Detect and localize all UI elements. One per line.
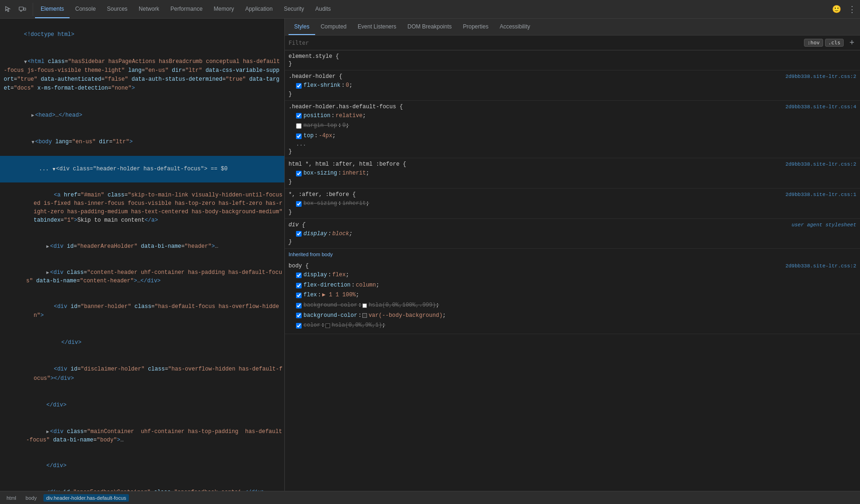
color-checkbox[interactable]: [296, 323, 302, 329]
wildcard-closing: }: [289, 209, 856, 216]
tab-dom-breakpoints[interactable]: DOM Breakpoints: [402, 19, 458, 35]
header-holder-focus-dots: ...: [289, 141, 856, 148]
banner-holder-line[interactable]: <div id="banner-holder" class="has-defau…: [0, 294, 284, 329]
html-wildcard-closing: }: [289, 179, 856, 185]
tab-audits[interactable]: Audits: [310, 0, 336, 18]
flex-shrink-line: flex-shrink: 0;: [289, 81, 856, 91]
body-selector: body {: [289, 263, 309, 269]
wildcard-selector-line: *, :after, :before { 2d9bb338.site-ltr.c…: [289, 191, 856, 198]
cls-button[interactable]: .cls: [825, 39, 844, 47]
toolbar-right: 🙂 ⋮: [830, 3, 858, 16]
header-holder-selector-line: .header-holder { 2d9bb338.site-ltr.css:2: [289, 73, 856, 80]
open-feedback-line[interactable]: <div id="openFeedbackContainer" class="o…: [0, 479, 284, 491]
wildcard-rule: *, :after, :before { 2d9bb338.site-ltr.c…: [285, 189, 860, 219]
tab-computed[interactable]: Computed: [315, 19, 352, 35]
html-box-sizing-checkbox[interactable]: [296, 171, 302, 176]
breadcrumb-active[interactable]: div.header-holder.has-default-focus: [43, 494, 129, 502]
disclaimer-holder-line[interactable]: <div id="disclaimer-holder" class="has-o…: [0, 356, 284, 392]
top-line: top: -4px;: [289, 131, 856, 141]
flex-direction-checkbox[interactable]: [296, 283, 302, 288]
banner-closing-line[interactable]: </div>: [0, 329, 284, 357]
header-holder-line[interactable]: ... ▶<div class="header-holder has-defau…: [0, 156, 284, 183]
header-holder-source[interactable]: 2d9bb338.site-ltr.css:2: [785, 74, 856, 79]
head-line[interactable]: ▶<head>…</head>: [0, 102, 284, 129]
bg-color-2-checkbox[interactable]: [296, 313, 302, 318]
inherited-label: Inherited from body: [285, 249, 860, 260]
doctype-line: <!doctype html>: [0, 21, 284, 49]
skip-link-line[interactable]: <a href="#main" class="skip-to-main-link…: [0, 182, 284, 233]
wildcard-source[interactable]: 2d9bb338.site-ltr.css:1: [785, 192, 856, 197]
display-block-checkbox[interactable]: [296, 231, 302, 237]
header-holder-focus-source[interactable]: 2d9bb338.site-ltr.css:4: [785, 104, 856, 110]
header-holder-focus-selector-line: .header-holder.has-default-focus { 2d9bb…: [289, 104, 856, 110]
margin-top-checkbox[interactable]: [296, 123, 302, 129]
html-wildcard-source[interactable]: 2d9bb338.site-ltr.css:2: [785, 161, 856, 167]
tab-elements[interactable]: Elements: [35, 0, 70, 18]
div-selector: div {: [289, 222, 305, 228]
display-block-line: display: block;: [289, 229, 856, 239]
tab-performance[interactable]: Performance: [165, 0, 208, 18]
bg-color-1-swatch[interactable]: [362, 303, 367, 308]
top-checkbox[interactable]: [296, 133, 302, 139]
tab-application[interactable]: Application: [240, 0, 278, 18]
header-holder-focus-selector: .header-holder.has-default-focus {: [289, 104, 403, 110]
more-options-icon[interactable]: ⋮: [845, 3, 858, 16]
cursor-icon[interactable]: [2, 3, 15, 16]
elements-panel[interactable]: <!doctype html> ▶<html class="hasSidebar…: [0, 19, 285, 491]
tab-network[interactable]: Network: [133, 0, 165, 18]
tab-accessibility[interactable]: Accessibility: [494, 19, 536, 35]
display-flex-checkbox[interactable]: [296, 273, 302, 278]
wildcard-box-sizing-checkbox[interactable]: [296, 201, 302, 207]
tab-security[interactable]: Security: [278, 0, 310, 18]
hov-button[interactable]: :hov: [804, 39, 823, 47]
inherited-from-link[interactable]: body: [322, 252, 333, 257]
flex-line: flex: ▶ 1 1 100%;: [289, 290, 856, 301]
position-checkbox[interactable]: [296, 113, 302, 119]
display-flex-line: display: flex;: [289, 270, 856, 280]
tab-properties[interactable]: Properties: [457, 19, 494, 35]
bg-color-2-swatch[interactable]: [362, 313, 367, 318]
tab-sources[interactable]: Sources: [101, 0, 133, 18]
body-rule: body { 2d9bb338.site-ltr.css:2 display: …: [285, 260, 860, 334]
main-content: <!doctype html> ▶<html class="hasSidebar…: [0, 19, 860, 491]
breadcrumb-html[interactable]: html: [4, 494, 19, 502]
header-area-holder-line[interactable]: ▶<div id="headerAreaHolder" data-bi-name…: [0, 233, 284, 260]
toolbar-icons: [2, 3, 33, 16]
element-style-selector-line: element.style {: [289, 53, 856, 60]
bg-color-1-checkbox[interactable]: [296, 303, 302, 308]
flex-shrink-checkbox[interactable]: [296, 83, 302, 89]
devtools-toolbar: Elements Console Sources Network Perform…: [0, 0, 860, 19]
main-container-line[interactable]: ▶<div class="mainContainer uhf-container…: [0, 419, 284, 453]
body-source[interactable]: 2d9bb338.site-ltr.css:2: [785, 263, 856, 269]
body-line[interactable]: ▶<body lang="en-us" dir="ltr">: [0, 129, 284, 156]
div-selector-line: div { user agent stylesheet: [289, 222, 856, 228]
styles-content[interactable]: element.style { } .header-holder { 2d9bb…: [285, 50, 860, 491]
flex-checkbox[interactable]: [296, 293, 302, 298]
div-rule: div { user agent stylesheet display: blo…: [285, 219, 860, 249]
html-tag-line[interactable]: ▶<html class="hasSidebar hasPageActions …: [0, 49, 284, 102]
breadcrumb-body[interactable]: body: [23, 494, 40, 502]
emoji-feedback-icon[interactable]: 🙂: [830, 3, 843, 16]
tab-console[interactable]: Console: [70, 0, 101, 18]
div-closing-line[interactable]: </div>: [0, 392, 284, 419]
div-closing: }: [289, 239, 856, 245]
tab-styles[interactable]: Styles: [289, 19, 315, 35]
color-line: color: hsla(0,0%,9%,1);: [289, 321, 856, 331]
header-holder-closing: }: [289, 91, 856, 98]
device-icon[interactable]: [16, 3, 29, 16]
bg-color-2-line: background-color: var(--body-background)…: [289, 311, 856, 321]
add-style-icon[interactable]: +: [847, 39, 856, 47]
filter-input[interactable]: [289, 40, 800, 46]
tab-memory[interactable]: Memory: [208, 0, 240, 18]
header-holder-focus-closing: }: [289, 148, 856, 155]
status-bar: html body div.header-holder.has-default-…: [0, 491, 860, 504]
html-wildcard-selector-line: html *, html :after, html :before { 2d9b…: [289, 161, 856, 168]
filter-buttons: :hov .cls: [804, 39, 844, 47]
color-swatch[interactable]: [325, 323, 330, 328]
html-wildcard-rule: html *, html :after, html :before { 2d9b…: [285, 158, 860, 189]
svg-rect-1: [24, 8, 26, 10]
tab-event-listeners[interactable]: Event Listeners: [352, 19, 402, 35]
content-header-line[interactable]: ▶<div class="content-header uhf-containe…: [0, 260, 284, 294]
styles-panel: Styles Computed Event Listeners DOM Brea…: [285, 19, 860, 491]
main-container-closing-line[interactable]: </div>: [0, 453, 284, 480]
